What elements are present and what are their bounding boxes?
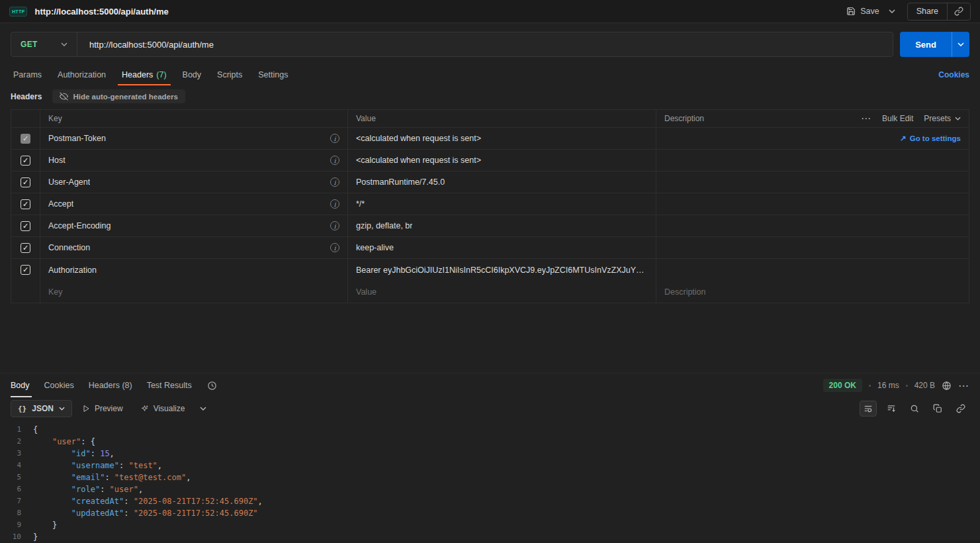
header-value-cell[interactable]: Bearer eyJhbGciOiJIUzI1NiIsInR5cCI6IkpXV…	[348, 259, 656, 281]
method-label: GET	[21, 40, 38, 49]
header-checkbox[interactable]: ✓	[21, 156, 30, 166]
header-description-cell[interactable]	[656, 172, 969, 193]
header-value-cell[interactable]: <calculated when request is sent>	[348, 128, 656, 149]
save-options-chevron-icon[interactable]	[885, 6, 899, 17]
go-to-settings-link[interactable]: ↗Go to settings	[900, 134, 961, 143]
preview-button[interactable]: Preview	[75, 400, 130, 417]
copy-link-button[interactable]	[948, 3, 970, 20]
header-value-cell[interactable]: keep-alive	[348, 237, 656, 258]
header-key-text: Connection	[48, 243, 90, 252]
header-key-cell[interactable]: Connectioni	[40, 237, 348, 258]
header-checkbox[interactable]: ✓	[21, 177, 30, 187]
tab-scripts[interactable]: Scripts	[209, 64, 250, 85]
table-row: ✓AuthorizationBearer eyJhbGciOiJIUzI1NiI…	[11, 259, 969, 281]
copy-icon[interactable]	[929, 401, 946, 417]
response-pane: Body Cookies Headers (8) Test Results 20…	[0, 373, 980, 543]
presets-dropdown[interactable]: Presets	[924, 114, 961, 123]
header-description-cell[interactable]: ↗Go to settings	[656, 128, 969, 149]
header-description-cell[interactable]	[656, 259, 969, 281]
line-content: "createdAt": "2025-08-21T17:52:45.690Z",	[33, 495, 263, 507]
tab-authorization[interactable]: Authorization	[50, 64, 114, 85]
tab-body[interactable]: Body	[175, 64, 210, 85]
method-chevron-icon	[61, 42, 67, 46]
header-checkbox-cell: ✓	[11, 193, 40, 215]
response-meta: 200 OK 16 ms 420 B ⋯	[823, 379, 969, 392]
header-key-text: User-Agent	[48, 177, 90, 187]
visualize-button[interactable]: Visualize	[133, 400, 193, 417]
info-icon: i	[330, 134, 339, 143]
tab-params[interactable]: Params	[11, 64, 50, 85]
response-tab-test-results[interactable]: Test Results	[140, 373, 199, 397]
topbar: HTTP http://localhost:5000/api/auth/me S…	[0, 0, 980, 23]
table-header-controls: ⋯ Bulk Edit Presets	[861, 113, 961, 124]
table-header-row: Key Value Description ⋯ Bulk Edit Preset…	[11, 110, 969, 128]
header-checkbox[interactable]: ✓	[21, 221, 30, 231]
arrow-up-right-icon: ↗	[900, 134, 907, 143]
header-description-cell[interactable]	[656, 237, 969, 258]
header-checkbox-cell: ✓	[11, 128, 40, 149]
response-tab-headers[interactable]: Headers (8)	[81, 373, 140, 397]
new-header-description-input[interactable]: Description	[664, 287, 706, 297]
scroll-to-line-icon[interactable]	[883, 401, 900, 417]
header-checkbox-cell: ✓	[11, 259, 40, 281]
header-key-cell[interactable]: Authorization	[40, 259, 348, 281]
share-button[interactable]: Share	[908, 3, 947, 20]
header-checkbox[interactable]: ✓	[21, 243, 30, 253]
response-tab-cookies[interactable]: Cookies	[37, 373, 81, 397]
tab-settings[interactable]: Settings	[250, 64, 296, 85]
url-input[interactable]: http://localhost:5000/api/auth/me	[77, 32, 893, 56]
header-value-cell[interactable]: <calculated when request is sent>	[348, 150, 656, 171]
eye-off-icon	[60, 92, 68, 101]
header-key-cell[interactable]: Accepti	[40, 193, 348, 215]
code-line: 2 "user": {	[0, 436, 980, 448]
header-value-cell[interactable]: PostmanRuntime/7.45.0	[348, 172, 656, 193]
line-number: 7	[0, 495, 33, 507]
header-checkbox[interactable]: ✓	[21, 199, 30, 209]
save-button[interactable]: Save	[841, 3, 885, 19]
view-options-chevron-icon[interactable]	[195, 407, 212, 411]
link-icon[interactable]	[952, 401, 969, 417]
tab-headers[interactable]: Headers (7)	[114, 64, 175, 85]
header-value-text: keep-alive	[356, 243, 394, 252]
line-number: 9	[0, 519, 33, 531]
request-response-gap	[0, 303, 980, 373]
code-line: 6 "role": "user",	[0, 483, 980, 495]
wrap-text-icon[interactable]	[860, 401, 877, 417]
line-content: "user": {	[33, 436, 95, 448]
info-icon: i	[330, 243, 339, 252]
status-badge: 200 OK	[823, 379, 862, 392]
http-request-icon: HTTP	[9, 7, 27, 17]
response-tab-body[interactable]: Body	[11, 373, 37, 397]
search-icon[interactable]	[906, 401, 923, 417]
new-header-value-input[interactable]: Value	[356, 287, 377, 297]
send-button[interactable]: Send	[900, 32, 952, 57]
more-actions-icon[interactable]: ⋯	[861, 113, 871, 124]
response-more-actions-icon[interactable]: ⋯	[958, 379, 969, 392]
bulk-edit-button[interactable]: Bulk Edit	[882, 114, 913, 123]
response-history-icon[interactable]	[207, 381, 217, 391]
header-description-cell[interactable]	[656, 150, 969, 171]
new-header-key-input[interactable]: Key	[48, 287, 63, 297]
response-format-dropdown[interactable]: {} JSON	[11, 400, 72, 417]
header-value-cell[interactable]: gzip, deflate, br	[348, 215, 656, 236]
hide-auto-generated-headers-toggle[interactable]: Hide auto-generated headers	[52, 89, 185, 103]
line-number: 6	[0, 483, 33, 495]
response-toolbar-actions	[860, 401, 969, 417]
method-dropdown[interactable]: GET	[11, 32, 77, 56]
header-key-cell[interactable]: Postman-Tokeni	[40, 128, 348, 149]
cookies-link[interactable]: Cookies	[938, 70, 969, 79]
header-description-cell[interactable]	[656, 193, 969, 215]
header-checkbox[interactable]: ✓	[21, 265, 30, 275]
network-info-icon[interactable]	[942, 381, 952, 391]
header-value-cell[interactable]: */*	[348, 193, 656, 215]
line-content: "role": "user",	[33, 483, 143, 495]
header-key-cell[interactable]: User-Agenti	[40, 172, 348, 193]
send-options-chevron-icon[interactable]	[952, 32, 969, 57]
table-row: ✓Hosti<calculated when request is sent>	[11, 150, 969, 172]
line-number: 3	[0, 448, 33, 460]
header-description-cell[interactable]	[656, 215, 969, 236]
code-line: 10}	[0, 531, 980, 543]
header-value-text: PostmanRuntime/7.45.0	[356, 177, 445, 187]
header-key-cell[interactable]: Accept-Encodingi	[40, 215, 348, 236]
header-key-cell[interactable]: Hosti	[40, 150, 348, 171]
